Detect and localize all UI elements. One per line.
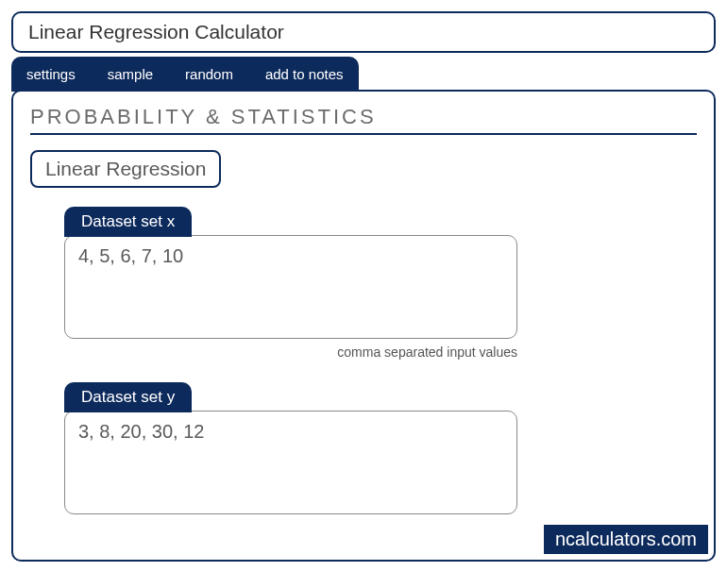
tab-sample[interactable]: sample	[102, 62, 159, 86]
title-bar: Linear Regression Calculator	[11, 11, 716, 53]
calculator-name-box: Linear Regression	[30, 150, 221, 188]
dataset-x-group: Dataset set x comma separated input valu…	[64, 207, 517, 360]
tab-settings[interactable]: settings	[21, 62, 81, 86]
main-panel: PROBABILITY & STATISTICS Linear Regressi…	[11, 90, 716, 562]
dataset-x-hint: comma separated input values	[64, 344, 517, 360]
dataset-x-input[interactable]	[64, 235, 517, 339]
tab-random[interactable]: random	[179, 62, 239, 86]
tab-add-to-notes[interactable]: add to notes	[260, 62, 349, 86]
tab-bar: settings sample random add to notes	[11, 57, 359, 92]
section-header: PROBABILITY & STATISTICS	[30, 105, 697, 135]
dataset-y-group: Dataset set y	[64, 382, 517, 518]
watermark: ncalculators.com	[544, 525, 708, 554]
dataset-y-input[interactable]	[64, 411, 517, 514]
page-title: Linear Regression Calculator	[28, 21, 699, 43]
dataset-x-label: Dataset set x	[64, 207, 192, 237]
dataset-y-label: Dataset set y	[64, 382, 192, 412]
calculator-name: Linear Regression	[45, 158, 206, 180]
